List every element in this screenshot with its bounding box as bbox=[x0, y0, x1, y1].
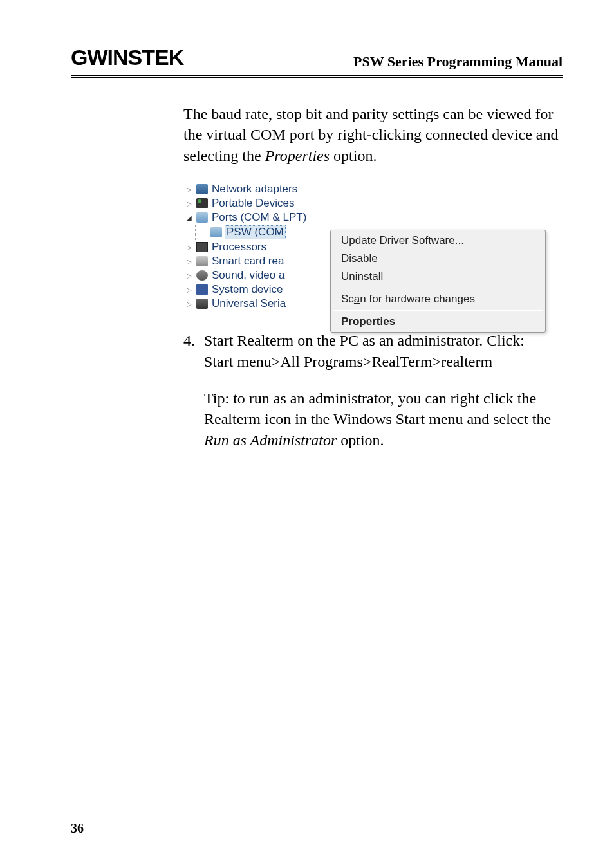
expand-arrow-icon[interactable]: ▷ bbox=[185, 185, 194, 194]
menu-item-uninstall[interactable]: Uninstall bbox=[332, 268, 544, 286]
tree-item-network-adapters[interactable]: ▷ Network adapters bbox=[183, 182, 547, 196]
expand-arrow-icon[interactable]: ▷ bbox=[185, 243, 194, 252]
usb-icon bbox=[196, 299, 208, 309]
menu-divider bbox=[333, 310, 543, 311]
smartcard-icon bbox=[196, 256, 208, 266]
tip-suffix: option. bbox=[337, 432, 384, 448]
tree-label: Sound, video a bbox=[210, 269, 284, 282]
tree-label: System device bbox=[210, 283, 283, 296]
tree-label: Universal Seria bbox=[210, 297, 286, 310]
tip-prefix: Tip: to run as an administrator, you can… bbox=[204, 390, 551, 427]
step-4: 4. Start Realterm on the PC as an admini… bbox=[183, 330, 563, 372]
page-number: 36 bbox=[71, 821, 84, 836]
step-number: 4. bbox=[183, 330, 204, 372]
expand-arrow-icon[interactable]: ▷ bbox=[185, 271, 194, 280]
tree-item-portable-devices[interactable]: ▷ Portable Devices bbox=[183, 196, 547, 210]
step-content: Start Realterm on the PC as an administr… bbox=[204, 330, 563, 372]
menu-item-update-driver[interactable]: Update Driver Software... bbox=[332, 232, 544, 250]
menu-item-disable[interactable]: Disable bbox=[332, 250, 544, 268]
logo: GWINSTEK bbox=[71, 45, 183, 70]
com-port-icon bbox=[210, 227, 222, 237]
step-line2: Start menu>All Programs>RealTerm>realter… bbox=[204, 353, 492, 370]
page-header: GWINSTEK PSW Series Programming Manual bbox=[71, 45, 563, 78]
intro-italic: Properties bbox=[265, 147, 330, 164]
expand-arrow-icon[interactable]: ▷ bbox=[185, 285, 194, 294]
context-menu: Update Driver Software... Disable Uninst… bbox=[330, 230, 546, 333]
expand-arrow-open-icon[interactable]: ◢ bbox=[185, 213, 194, 222]
tip-paragraph: Tip: to run as an administrator, you can… bbox=[204, 388, 563, 450]
sound-icon bbox=[196, 270, 208, 281]
menu-item-properties[interactable]: Properties bbox=[332, 313, 544, 331]
expand-arrow-icon[interactable]: ▷ bbox=[185, 299, 194, 308]
tree-item-ports[interactable]: ◢ Ports (COM & LPT) bbox=[183, 210, 547, 225]
ports-icon bbox=[196, 212, 208, 223]
tree-label: Network adapters bbox=[210, 183, 297, 196]
intro-suffix: option. bbox=[330, 147, 377, 164]
expand-arrow-icon[interactable]: ▷ bbox=[185, 257, 194, 266]
header-title: PSW Series Programming Manual bbox=[353, 53, 563, 70]
portable-device-icon bbox=[196, 198, 208, 208]
tree-label-highlighted: PSW (COM bbox=[225, 225, 286, 239]
tree-label: Ports (COM & LPT) bbox=[210, 211, 306, 224]
intro-paragraph: The baud rate, stop bit and parity setti… bbox=[183, 104, 563, 166]
tree-label: Processors bbox=[210, 241, 266, 254]
menu-item-scan-hardware[interactable]: Scan for hardware changes bbox=[332, 290, 544, 308]
tree-label: Portable Devices bbox=[210, 197, 295, 210]
network-adapter-icon bbox=[196, 184, 208, 194]
device-manager-screenshot: ▷ Network adapters ▷ Portable Devices ◢ … bbox=[183, 182, 547, 311]
processor-icon bbox=[196, 242, 208, 252]
step-line1: Start Realterm on the PC as an administr… bbox=[204, 332, 525, 349]
tip-italic: Run as Administrator bbox=[204, 432, 337, 448]
expand-arrow-icon[interactable]: ▷ bbox=[185, 199, 194, 208]
tree-label: Smart card rea bbox=[210, 255, 284, 268]
menu-divider bbox=[333, 288, 543, 288]
system-device-icon bbox=[196, 284, 208, 295]
